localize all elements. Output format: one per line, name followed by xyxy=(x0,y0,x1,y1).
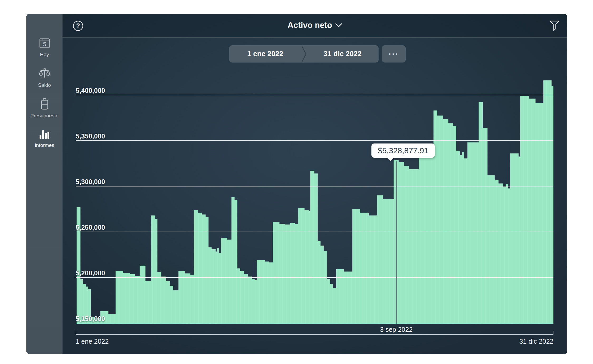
x-axis-line xyxy=(76,334,553,335)
sidebar-item-label: Saldo xyxy=(38,82,51,88)
x-axis-start-tick xyxy=(76,331,76,334)
y-axis-label: 5,250,000 xyxy=(76,224,105,231)
sidebar-item-label: Hoy xyxy=(40,52,49,58)
y-gridline xyxy=(76,277,553,278)
report-content: ? Activo neto 1 ene 2022 31 di xyxy=(63,14,567,354)
y-gridline xyxy=(76,140,553,141)
y-axis-label: 5,300,000 xyxy=(76,178,105,186)
x-axis-end-label: 31 dic 2022 xyxy=(519,338,553,345)
chart-cursor-line xyxy=(396,161,397,324)
y-gridline xyxy=(76,186,553,186)
y-gridline xyxy=(76,323,553,323)
bar-chart-icon xyxy=(39,127,51,141)
sidebar-item-label: Informes xyxy=(35,142,54,148)
chart-cursor-date-label: 3 sep 2022 xyxy=(380,326,413,333)
x-axis-end-tick xyxy=(553,331,553,334)
budget-icon xyxy=(39,98,50,111)
y-gridline xyxy=(76,95,553,95)
svg-text:5: 5 xyxy=(43,41,46,47)
sidebar: 5 Hoy xyxy=(26,14,63,354)
scale-icon xyxy=(38,67,51,81)
calendar-icon: 5 xyxy=(39,37,50,50)
sidebar-item-saldo[interactable]: Saldo xyxy=(26,67,63,88)
app-window: 5 Hoy xyxy=(26,14,567,354)
x-axis-start-label: 1 ene 2022 xyxy=(76,338,109,345)
sidebar-item-label: Presupuesto xyxy=(30,113,59,119)
chart-tooltip-tail xyxy=(387,157,394,161)
y-axis-label: 5,400,000 xyxy=(76,87,105,94)
y-gridline xyxy=(76,232,553,232)
chart-tooltip-value: $5,328,877.91 xyxy=(378,146,428,155)
y-axis-label: 5,150,000 xyxy=(76,315,105,323)
step-area-series[interactable] xyxy=(76,77,553,324)
net-worth-chart: 5,400,0005,350,0005,300,0005,250,0005,20… xyxy=(63,14,567,354)
sidebar-item-hoy[interactable]: 5 Hoy xyxy=(26,37,63,58)
sidebar-item-informes[interactable]: Informes xyxy=(26,127,63,148)
y-axis-label: 5,350,000 xyxy=(76,132,105,140)
chart-tooltip: $5,328,877.91 xyxy=(371,143,435,158)
screen: 5 Hoy xyxy=(0,0,593,364)
sidebar-item-presupuesto[interactable]: Presupuesto xyxy=(26,98,63,119)
y-axis-label: 5,200,000 xyxy=(76,269,105,277)
